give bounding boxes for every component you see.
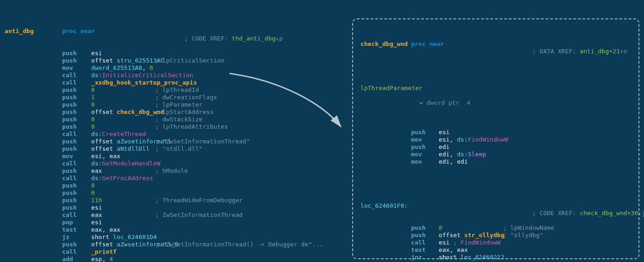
mnemonic: push [62,138,77,145]
operands: short loc_62460212 [439,254,505,261]
xref-header-right[interactable]: ; DATA XREF: anti_dbg+21↑o [503,40,627,63]
instruction-row[interactable]: pushoffset aZwsetinformati; "ZwSetInform… [0,138,354,145]
instruction-row[interactable]: pushoffset stru_625513AC; lpCriticalSect… [0,57,354,64]
mnemonic: call [62,79,77,86]
inline-comment: ; dwCreationFlags [155,94,217,101]
instruction-row[interactable]: pushoffset aNtdllDll; "ntdll.dll" [0,145,354,153]
instruction-row[interactable]: pushesi [0,204,354,211]
right-header-row: check_dbg_wnd proc near ; DATA XREF: ant… [360,40,637,48]
operands: edi [439,143,450,151]
operands: ds:GetModuleHandleW [91,160,161,167]
mnemonic: push [62,57,77,64]
instruction-row[interactable]: popesi [0,219,354,226]
proc-name-right[interactable]: check_dbg_wnd [360,40,408,48]
mnemonic: push [62,108,77,116]
instruction-row[interactable]: pusheax; hModule [0,167,354,175]
proc-keyword: proc near [411,40,444,48]
instruction-row[interactable]: callds:CreateThread [0,131,354,138]
mnemonic: push [62,116,77,123]
instruction-row[interactable]: push0; lpParameter [0,101,354,108]
operands: eax, eax [91,226,120,234]
instruction-row[interactable]: call_printf [0,248,354,256]
instruction-row[interactable]: call_xxdbg_hook_startup_proc_apis [0,79,354,86]
operands: 0 [91,86,95,94]
mnemonic: push [62,50,77,57]
instruction-row[interactable]: addesp, 4 [0,256,354,262]
operands: dword_625513A8, 0 [91,64,153,72]
instruction-row[interactable]: pushoffset str_ollydbg; "ollydbg" [360,232,637,239]
instruction-row[interactable]: pushedi [360,143,637,151]
instruction-row[interactable]: jzshort loc_624601D4 [0,234,354,241]
operands: _printf [91,248,117,256]
mnemonic: call [62,131,77,138]
loc1-label[interactable]: loc_624601F0: [360,202,408,210]
mnemonic: push [62,101,77,108]
mnemonic: call [62,160,77,167]
instruction-row[interactable]: testeax, eax [0,226,354,234]
instruction-row[interactable]: pushesi [360,129,637,136]
inline-comment: ; lpCriticalSection [155,57,225,64]
instruction-row[interactable]: push11h; ThreadHideFromDebugger [0,197,354,204]
instruction-row[interactable]: movedi, edi [360,158,637,165]
instruction-row[interactable]: movdword_625513A8, 0 [0,64,354,72]
mnemonic: push [62,94,77,101]
instruction-row[interactable]: pushoffset check_dbg_wnd; lpStartAddress [0,108,354,116]
mnemonic: push [411,129,426,136]
loc1-xref[interactable]: ; CODE XREF: check_dbg_wnd+30↓j [503,202,644,224]
xref-header[interactable]: ; CODE XREF: thd_anti_dbg↓p [155,28,283,50]
instruction-row[interactable]: push1; dwCreationFlags [0,94,354,101]
operands: esi [439,129,450,136]
proc-name[interactable]: anti_dbg [5,28,34,35]
mnemonic: push [62,145,77,153]
left-header-row: anti_dbg proc near ; CODE XREF: thd_anti… [0,28,354,35]
param-decl: = dword ptr 4 [419,99,470,107]
operands: offset stru_625513AC [91,57,164,64]
mnemonic: push [62,204,77,211]
instruction-row[interactable]: push0; dwStackSize [0,116,354,123]
instruction-row[interactable]: pushoffset aZwsetinformati_0; "ZwSetInfo… [0,241,354,248]
instruction-row[interactable]: push0 [0,182,354,189]
inline-comment: ; lpThreadId [155,86,199,94]
instruction-row[interactable]: push0; lpThreadId [0,86,354,94]
instruction-row[interactable]: push0; lpThreadAttributes [0,123,354,131]
instruction-row[interactable]: movesi, eax [0,153,354,160]
inline-comment: ; "ZwSetInformationThread() -> Debugger … [155,241,323,248]
instruction-row[interactable]: calleax; ZwSetInformationThread [0,211,354,219]
mnemonic: jz [62,234,70,241]
mnemonic: push [62,86,77,94]
operands: 0 [91,123,95,131]
mnemonic: push [62,123,77,131]
mnemonic: mov [411,136,422,143]
instruction-row[interactable]: callesi ; FindWindowW [360,239,637,246]
operands: offset str_ollydbg [439,232,505,239]
mnemonic: push [62,167,77,175]
instruction-row[interactable]: jnzshort loc_62460212 [360,254,637,261]
operands: eax [91,211,102,219]
param-name[interactable]: lpThreadParameter [360,85,423,92]
instruction-row[interactable]: testeax, eax [360,246,637,254]
operands: 11h [91,197,102,204]
mnemonic: jnz [411,254,422,261]
operands: esi [91,204,102,211]
instruction-row[interactable]: movesi, ds:FindWindowW [360,136,637,143]
mnemonic: call [62,175,77,182]
instruction-row[interactable]: callds:InitializeCriticalSection [0,72,354,79]
operands: 0 [91,182,95,189]
operands: offset check_dbg_wnd [91,108,164,116]
operands: eax [91,167,102,175]
inline-comment: ; hModule [155,167,188,175]
operands: esi, ds:FindWindowW [439,136,508,143]
instruction-row[interactable]: movedi, ds:Sleep [360,151,637,158]
instruction-row[interactable]: push0 [0,189,354,197]
instruction-row[interactable]: callds:GetModuleHandleW [0,160,354,167]
operands: esi, eax [91,153,120,160]
instruction-row[interactable]: callds:GetProcAddress [0,175,354,182]
operands: esi [91,50,102,57]
operands: edi, ds:Sleep [439,151,486,158]
mnemonic: call [411,239,426,246]
instruction-row[interactable]: push0; lpWindowName [360,224,637,232]
instruction-row[interactable]: pushesi [0,50,354,57]
inline-comment: ; lpParameter [155,101,203,108]
mnemonic: push [62,182,77,189]
operands: ds:CreateThread [91,131,146,138]
